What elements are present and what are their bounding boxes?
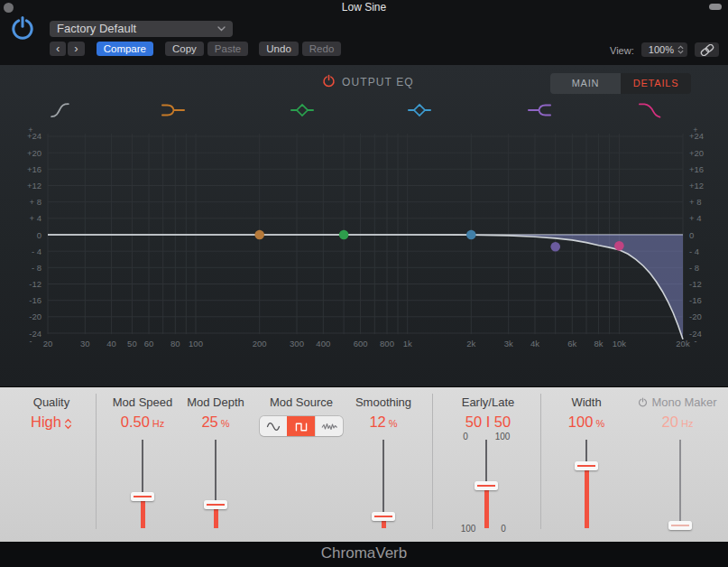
quality-label: Quality (0, 395, 103, 409)
eq-control-point[interactable] (339, 230, 349, 240)
plugin-power-button[interactable] (10, 15, 35, 41)
db-tick-label: -12 (689, 279, 702, 289)
tab-main[interactable]: MAIN (550, 73, 621, 94)
eq-control-point[interactable] (254, 230, 264, 240)
paste-button[interactable]: Paste (207, 42, 248, 56)
freq-tick-label: 20k (676, 339, 690, 349)
slider-thumb[interactable] (204, 500, 227, 509)
quality-value-stepper[interactable]: High (0, 414, 103, 431)
early-late-slider[interactable] (475, 440, 498, 528)
axis-minus-label: - (30, 337, 32, 346)
eq-band-highpass-icon[interactable] (47, 100, 74, 120)
db-tick-label: -20 (689, 311, 702, 321)
prev-preset-button[interactable]: ‹ (50, 42, 66, 56)
unit-label: % (595, 418, 604, 429)
unit-label: Hz (681, 418, 693, 429)
preset-name: Factory Default (57, 21, 136, 37)
copy-button[interactable]: Copy (165, 42, 204, 56)
eq-band-lowshelf-icon[interactable] (160, 100, 187, 120)
mono-maker-label: Mono Maker (651, 395, 716, 409)
smoothing-slider[interactable] (372, 440, 395, 528)
mod-speed-slider[interactable] (131, 440, 154, 528)
db-tick-label: 0 (37, 230, 41, 240)
axis-plus-label: + (693, 125, 697, 135)
freq-tick-label: 600 (354, 339, 368, 349)
preset-toolbar: ‹ › Compare Copy Paste Undo Redo (50, 42, 341, 56)
mono-maker-control: Mono Maker 20 Hz (623, 395, 728, 431)
early-late-control: Early/Late 50 I 50 (434, 395, 542, 431)
db-tick-label: -16 (29, 295, 41, 305)
eq-band-lowpass-icon[interactable] (637, 100, 664, 120)
early-late-value: 50 I 50 (434, 414, 542, 431)
freq-tick-label: 1k (403, 339, 412, 349)
slider-thumb[interactable] (372, 512, 395, 521)
next-preset-button[interactable]: › (68, 42, 84, 56)
freq-tick-label: 3k (504, 339, 513, 349)
stepper-arrows-icon (64, 416, 72, 428)
db-tick-label: + 8 (30, 197, 41, 207)
power-icon (10, 15, 35, 41)
view-zoom-stepper[interactable]: 100% (641, 42, 687, 57)
freq-tick-label: 20 (43, 339, 53, 349)
output-eq-power-button[interactable] (322, 74, 336, 88)
window-title: Low Sine (0, 1, 728, 14)
eq-view-tabs: MAIN DETAILS (550, 73, 691, 94)
freq-tick-label: 6k (567, 339, 576, 349)
compare-button[interactable]: Compare (97, 42, 153, 56)
undo-button[interactable]: Undo (259, 42, 299, 56)
db-tick-label: +20 (27, 148, 41, 158)
slider-thumb[interactable] (575, 461, 598, 470)
slider-fill (484, 486, 489, 528)
mod-source-sine-button[interactable] (260, 416, 287, 436)
chevron-down-icon (217, 26, 226, 32)
slider-fill (141, 497, 145, 528)
eq-band-bell-icon[interactable] (289, 100, 316, 120)
freq-tick-label: 4k (530, 339, 539, 349)
db-tick-label: +16 (27, 164, 41, 174)
slider-fill (585, 466, 589, 528)
eq-control-point[interactable] (466, 230, 476, 240)
eq-control-point[interactable] (614, 241, 624, 251)
preset-dropdown[interactable]: Factory Default (50, 21, 233, 37)
mono-maker-slider[interactable] (668, 440, 692, 528)
axis-minus-label: - (695, 337, 697, 346)
link-button[interactable] (695, 42, 719, 57)
freq-tick-label: 50 (127, 339, 137, 349)
slider-thumb[interactable] (668, 521, 692, 530)
view-zoom-value: 100% (649, 44, 674, 55)
power-icon[interactable] (638, 397, 648, 407)
slider-track (679, 440, 681, 528)
plugin-header-bar: Low Sine Factory Default ‹ › Compare Cop… (0, 0, 728, 65)
tab-details[interactable]: DETAILS (621, 73, 691, 94)
smoothing-control: Smoothing 12 % (329, 395, 438, 431)
quality-control: Quality High (0, 395, 103, 431)
freq-tick-label: 100 (189, 339, 203, 349)
mod-source-square-button[interactable] (287, 416, 315, 436)
db-tick-label: - 4 (689, 246, 699, 256)
sine-wave-icon (265, 421, 281, 432)
eq-control-point[interactable] (550, 242, 560, 252)
freq-tick-label: 60 (144, 339, 154, 349)
stepper-arrows-icon (677, 45, 684, 54)
width-slider[interactable] (575, 440, 598, 528)
freq-tick-label: 10k (613, 339, 627, 349)
db-tick-label: +12 (689, 181, 704, 191)
db-tick-label: -16 (689, 295, 702, 305)
freq-tick-label: 40 (106, 339, 116, 349)
eq-response-curve (48, 235, 683, 339)
slider-thumb[interactable] (475, 481, 498, 490)
chain-link-icon (699, 44, 715, 56)
redo-button[interactable]: Redo (302, 42, 342, 56)
output-eq-title: OUTPUT EQ (342, 76, 414, 88)
mod-depth-slider[interactable] (204, 440, 227, 528)
eq-response-plot[interactable]: +24+24+20+20+16+16+12+12+ 8+ 8+ 4+ 400- … (0, 123, 728, 359)
db-tick-label: -12 (29, 279, 41, 289)
mono-maker-value: 20 Hz (623, 414, 728, 431)
eq-band-highshelf-icon[interactable] (526, 100, 553, 120)
mono-maker-label-row: Mono Maker (623, 395, 728, 409)
smoothing-value: 12 % (329, 414, 438, 431)
db-tick-label: - 8 (32, 263, 41, 273)
freq-tick-label: 8k (594, 339, 604, 349)
eq-band-bell-icon[interactable] (406, 100, 433, 120)
slider-thumb[interactable] (131, 492, 154, 501)
